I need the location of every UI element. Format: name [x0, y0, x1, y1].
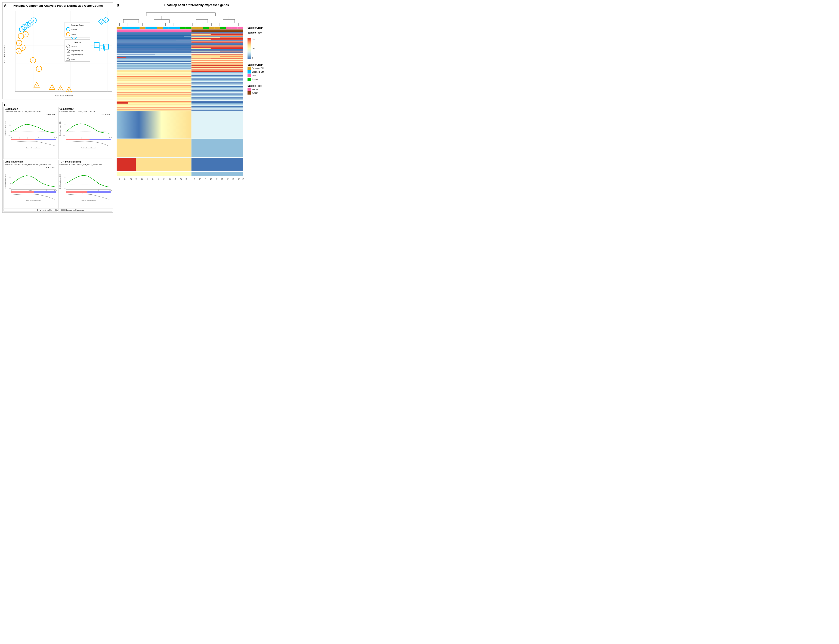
- svg-text:-0.1: -0.1: [63, 135, 66, 136]
- gsea-tgf-beta-title: TGF Beta Signaling: [59, 160, 112, 163]
- svg-rect-359: [191, 74, 243, 74]
- svg-text:7T: 7T: [194, 178, 195, 180]
- svg-rect-230: [191, 44, 211, 45]
- svg-rect-168: [157, 27, 163, 29]
- svg-rect-72: [66, 139, 89, 140]
- svg-rect-531: [117, 139, 191, 157]
- svg-text:3: 3: [18, 42, 20, 44]
- svg-rect-200: [117, 38, 191, 38]
- svg-rect-246: [117, 49, 191, 49]
- svg-rect-207: [117, 39, 191, 40]
- svg-rect-494: [117, 104, 191, 104]
- svg-rect-346: [191, 71, 243, 71]
- svg-rect-489: [128, 103, 191, 103]
- gsea-complement-subtitle: Enrichment plot: HALLMARK_COMPLEMENT: [59, 111, 112, 113]
- svg-rect-236: [191, 46, 243, 46]
- svg-text:0.4: 0.4: [64, 124, 66, 125]
- svg-rect-512: [117, 108, 191, 108]
- svg-rect-447: [191, 94, 243, 94]
- svg-rect-428: [117, 89, 191, 90]
- svg-rect-337: [117, 69, 191, 70]
- svg-rect-251: [191, 50, 243, 50]
- main-container: A Principal Component Analysis Plot of N…: [0, 0, 280, 215]
- gsea-coagulation: Coagulation Enrichment plot: HALLMARK_CO…: [3, 107, 58, 159]
- svg-rect-234: [117, 46, 243, 46]
- gsea-drug-metabolism-title: Drug Metabolism: [4, 160, 57, 163]
- svg-rect-107: [87, 191, 110, 193]
- svg-rect-422: [117, 88, 191, 89]
- svg-rect-319: [117, 65, 191, 66]
- svg-rect-501: [191, 105, 243, 105]
- svg-rect-253: [117, 51, 191, 51]
- svg-text:25,000: 25,000: [29, 189, 32, 191]
- svg-rect-276: [117, 56, 191, 56]
- svg-rect-404: [117, 84, 191, 84]
- svg-rect-211: [191, 40, 243, 40]
- svg-rect-307: [117, 62, 191, 62]
- gsea-panel: C Coagulation Enrichment plot: HALLMARK_…: [2, 102, 113, 213]
- panel-a-label: A: [4, 3, 7, 7]
- svg-rect-232: [117, 45, 191, 46]
- svg-rect-277: [191, 56, 243, 56]
- pdx-label: PDX: [252, 74, 256, 77]
- svg-rect-482: [117, 102, 128, 102]
- svg-rect-290: [211, 58, 243, 59]
- svg-rect-310: [191, 62, 243, 63]
- svg-text:0: 0: [11, 137, 12, 138]
- svg-rect-467: [191, 98, 243, 99]
- svg-rect-522: [117, 110, 191, 110]
- svg-rect-492: [128, 103, 191, 104]
- svg-rect-369: [191, 76, 243, 76]
- pca-plot-area: PC2: 18% variance PC1: 39% variance: [3, 8, 113, 99]
- svg-rect-534: [136, 158, 191, 171]
- colorbar-max: 15: [252, 38, 254, 41]
- legend-organoid-dm: Organoid DM: [247, 67, 278, 70]
- svg-rect-226: [117, 44, 191, 44]
- svg-rect-198: [117, 37, 191, 38]
- heatmap-panel: B Heatmap of all differentially expresse…: [115, 2, 278, 213]
- svg-text:0: 0: [11, 189, 12, 191]
- svg-rect-449: [191, 94, 243, 95]
- svg-rect-536: [117, 172, 191, 176]
- svg-rect-434: [117, 91, 191, 91]
- svg-rect-264: [211, 53, 243, 53]
- svg-rect-469: [191, 99, 243, 99]
- svg-rect-180: [226, 27, 232, 29]
- svg-rect-365: [191, 75, 243, 76]
- svg-rect-332: [191, 68, 243, 68]
- svg-rect-445: [191, 93, 243, 94]
- svg-rect-448: [117, 94, 191, 95]
- svg-rect-216: [191, 41, 243, 42]
- svg-rect-178: [214, 27, 220, 29]
- svg-rect-386: [117, 80, 191, 80]
- gsea-complement-svg: Enrichment score (ES) Rank in Ordered Da…: [59, 113, 112, 153]
- svg-rect-487: [191, 102, 243, 103]
- x-axis-label: PC1: 39% variance: [54, 94, 74, 97]
- svg-rect-215: [117, 41, 191, 42]
- svg-text:5N: 5N: [152, 178, 154, 180]
- svg-rect-185: [117, 32, 243, 33]
- svg-rect-433: [191, 90, 243, 91]
- heatmap-main: 8N 6N 7N 7N 6N 8N 5N 8N 3N 2N 6N 7N 9N 7…: [115, 8, 246, 213]
- svg-rect-197: [117, 36, 243, 37]
- svg-rect-311: [117, 63, 191, 64]
- legend-tumor-type: Tumor: [247, 91, 278, 95]
- svg-text:Enrichment score (ES): Enrichment score (ES): [4, 122, 6, 136]
- svg-rect-330: [191, 67, 243, 68]
- svg-rect-329: [117, 67, 191, 68]
- svg-rect-325: [117, 66, 191, 67]
- svg-rect-204: [117, 38, 191, 39]
- svg-text:PDX: PDX: [71, 58, 75, 60]
- legend-source-title: Source: [74, 41, 81, 43]
- svg-rect-475: [191, 100, 243, 100]
- svg-text:6N: 6N: [124, 178, 126, 180]
- organoid-dm-swatch: [247, 67, 251, 70]
- svg-rect-249: [117, 50, 176, 50]
- svg-rect-366: [117, 76, 191, 76]
- organoid-em-label: Organoid EM: [252, 71, 264, 73]
- svg-rect-354: [117, 72, 191, 73]
- svg-rect-222: [117, 43, 191, 43]
- svg-rect-379: [191, 78, 243, 79]
- svg-rect-210: [117, 40, 191, 40]
- svg-rect-333: [117, 68, 191, 69]
